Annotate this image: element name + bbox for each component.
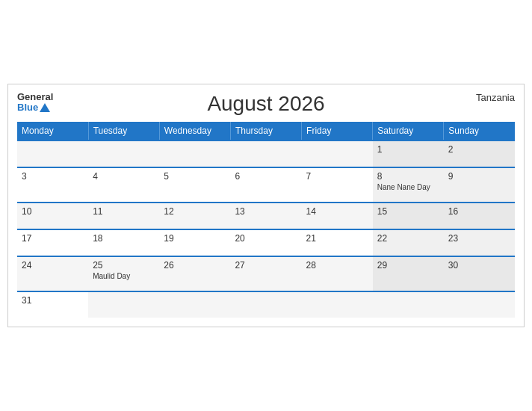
day-number: 22 <box>377 233 439 244</box>
calendar-cell: 13 <box>230 203 301 229</box>
day-number: 5 <box>164 171 226 182</box>
header-thursday: Thursday <box>230 122 301 140</box>
day-number: 20 <box>235 233 297 244</box>
calendar-cell: 24 <box>17 256 88 291</box>
day-number: 12 <box>164 206 226 217</box>
day-number: 3 <box>22 171 84 182</box>
calendar-cell: 9 <box>444 167 515 203</box>
header-wednesday: Wednesday <box>159 122 230 140</box>
header-friday: Friday <box>302 122 373 140</box>
calendar-cell: 27 <box>230 256 301 291</box>
day-number: 4 <box>93 171 155 182</box>
logo-general-text: General <box>17 92 53 102</box>
header-sunday: Sunday <box>444 122 515 140</box>
day-number: 2 <box>448 144 510 155</box>
calendar-week-row: 12 <box>17 140 515 167</box>
calendar-cell: 15 <box>373 203 444 229</box>
calendar-cell: 10 <box>17 203 88 229</box>
calendar-cell: 2 <box>444 140 515 167</box>
calendar-cell: 20 <box>230 229 301 256</box>
calendar-cell: 14 <box>302 203 373 229</box>
calendar-cell: 31 <box>17 291 88 318</box>
calendar-cell: 5 <box>159 167 230 203</box>
day-number: 8 <box>377 171 439 182</box>
calendar-cell <box>88 291 159 318</box>
calendar-cell <box>17 140 88 167</box>
header-monday: Monday <box>17 122 88 140</box>
day-number: 16 <box>448 206 510 217</box>
calendar-cell <box>373 291 444 318</box>
calendar-cell: 22 <box>373 229 444 256</box>
calendar-cell: 7 <box>302 167 373 203</box>
calendar-week-row: 345678Nane Nane Day9 <box>17 167 515 203</box>
day-number: 26 <box>164 260 226 271</box>
day-number: 1 <box>377 144 439 155</box>
calendar-cell <box>302 140 373 167</box>
calendar-cell: 1 <box>373 140 444 167</box>
calendar-cell: 17 <box>17 229 88 256</box>
calendar-week-row: 2425Maulid Day2627282930 <box>17 256 515 291</box>
calendar-cell: 3 <box>17 167 88 203</box>
calendar-week-row: 31 <box>17 291 515 318</box>
country-label: Tanzania <box>476 92 515 103</box>
calendar-cell <box>302 291 373 318</box>
calendar-cell: 16 <box>444 203 515 229</box>
day-number: 28 <box>306 260 368 271</box>
calendar-cell: 25Maulid Day <box>88 256 159 291</box>
day-number: 13 <box>235 206 297 217</box>
calendar-cell: 18 <box>88 229 159 256</box>
calendar-cell <box>159 140 230 167</box>
calendar-cell <box>159 291 230 318</box>
logo-triangle-icon <box>40 103 50 112</box>
calendar-cell: 6 <box>230 167 301 203</box>
calendar-week-row: 17181920212223 <box>17 229 515 256</box>
day-number: 21 <box>306 233 368 244</box>
header-saturday: Saturday <box>373 122 444 140</box>
day-number: 31 <box>22 295 84 306</box>
day-number: 6 <box>235 171 297 182</box>
calendar-cell: 12 <box>159 203 230 229</box>
calendar-cell <box>88 140 159 167</box>
calendar-cell: 23 <box>444 229 515 256</box>
calendar-cell <box>444 291 515 318</box>
day-number: 14 <box>306 206 368 217</box>
header-tuesday: Tuesday <box>88 122 159 140</box>
calendar-table: Monday Tuesday Wednesday Thursday Friday… <box>17 122 515 318</box>
calendar-cell: 29 <box>373 256 444 291</box>
calendar-cell: 26 <box>159 256 230 291</box>
day-number: 7 <box>306 171 368 182</box>
calendar-cell <box>230 140 301 167</box>
calendar-cell <box>230 291 301 318</box>
calendar-cell: 19 <box>159 229 230 256</box>
day-number: 15 <box>377 206 439 217</box>
day-number: 18 <box>93 233 155 244</box>
calendar-cell: 30 <box>444 256 515 291</box>
day-number: 23 <box>448 233 510 244</box>
day-number: 27 <box>235 260 297 271</box>
day-number: 25 <box>93 260 155 271</box>
day-number: 17 <box>22 233 84 244</box>
holiday-label: Nane Nane Day <box>377 183 439 191</box>
calendar-cell: 8Nane Nane Day <box>373 167 444 203</box>
day-number: 11 <box>93 206 155 217</box>
logo: General Blue <box>17 92 53 114</box>
day-number: 9 <box>448 171 510 182</box>
logo-blue-text: Blue <box>17 102 50 113</box>
calendar-cell: 21 <box>302 229 373 256</box>
day-number: 29 <box>377 260 439 271</box>
calendar-header: General Blue August 2026 Tanzania <box>17 92 515 116</box>
weekday-header-row: Monday Tuesday Wednesday Thursday Friday… <box>17 122 515 140</box>
calendar-week-row: 10111213141516 <box>17 203 515 229</box>
day-number: 10 <box>22 206 84 217</box>
day-number: 30 <box>448 260 510 271</box>
calendar-cell: 28 <box>302 256 373 291</box>
calendar-cell: 4 <box>88 167 159 203</box>
calendar-cell: 11 <box>88 203 159 229</box>
calendar-title: August 2026 <box>207 92 324 116</box>
holiday-label: Maulid Day <box>93 272 155 280</box>
day-number: 19 <box>164 233 226 244</box>
day-number: 24 <box>22 260 84 271</box>
calendar: General Blue August 2026 Tanzania Monday… <box>7 84 525 327</box>
